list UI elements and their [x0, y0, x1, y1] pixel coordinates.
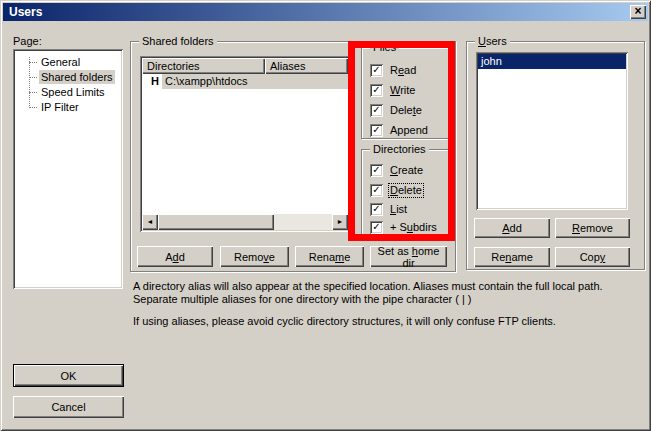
close-button[interactable]: × — [630, 5, 646, 19]
window-title: Users — [9, 5, 42, 19]
files-group: Files ✓ Read ✓ Write ✓ Delete ✓ Append — [361, 47, 449, 139]
remove-folder-button[interactable]: Remove — [220, 246, 289, 267]
checkbox-box[interactable]: ✓ — [370, 84, 383, 97]
checkbox-box[interactable]: ✓ — [370, 203, 383, 216]
checkbox-read[interactable]: ✓ Read — [370, 63, 417, 77]
rename-user-button[interactable]: Rename — [474, 247, 550, 267]
horizontal-scrollbar[interactable]: ◄ ► — [142, 214, 348, 230]
users-group-label: Users — [475, 35, 510, 48]
checkbox-box[interactable]: ✓ — [370, 124, 383, 137]
ok-button[interactable]: OK — [13, 364, 124, 387]
directory-cell[interactable]: C:\xampp\htdocs — [162, 74, 348, 89]
checkmark-icon: ✓ — [372, 222, 380, 232]
home-marker: H — [142, 74, 162, 89]
scroll-left-button[interactable]: ◄ — [142, 214, 158, 230]
sidebar-item-speed-limits[interactable]: Speed Limits — [15, 85, 121, 100]
add-user-button[interactable]: Add — [474, 218, 550, 238]
sidebar-item-general[interactable]: General — [15, 55, 121, 70]
checkbox-box[interactable]: ✓ — [370, 164, 383, 177]
rename-folder-button[interactable]: Rename — [295, 246, 364, 267]
scroll-thumb[interactable] — [158, 214, 274, 230]
checkmark-icon: ✓ — [372, 204, 380, 214]
checkbox-create[interactable]: ✓ Create — [370, 163, 424, 177]
table-row[interactable]: H C:\xampp\htdocs — [142, 74, 348, 89]
cyclic-help-text: If using aliases, please avoid cyclic di… — [133, 315, 638, 328]
users-list[interactable]: john — [476, 52, 628, 210]
directories-group-label: Directories — [370, 143, 429, 156]
close-icon: × — [634, 4, 641, 18]
page-label: Page: — [13, 35, 42, 47]
files-group-label: Files — [370, 41, 399, 54]
checkbox-box[interactable]: ✓ — [370, 221, 383, 234]
table-header-directories[interactable]: Directories — [142, 58, 265, 74]
checkbox-delete-file[interactable]: ✓ Delete — [370, 103, 423, 117]
checkmark-icon: ✓ — [372, 125, 380, 135]
table-body[interactable]: H C:\xampp\htdocs — [142, 74, 348, 214]
checkmark-icon: ✓ — [372, 85, 380, 95]
shared-folders-group-label: Shared folders — [139, 35, 217, 48]
alias-help-text: A directory alias will also appear at th… — [133, 280, 638, 306]
remove-user-button[interactable]: Remove — [555, 218, 630, 238]
checkmark-icon: ✓ — [372, 65, 380, 75]
checkbox-subdirs[interactable]: ✓ + Subdirs — [370, 220, 438, 234]
page-tree: General Shared folders Speed Limits IP F… — [15, 51, 121, 287]
scroll-right-button[interactable]: ► — [332, 214, 348, 230]
table-header-aliases[interactable]: Aliases — [265, 58, 348, 74]
sidebar-item-ip-filter[interactable]: IP Filter — [15, 100, 121, 115]
checkbox-append[interactable]: ✓ Append — [370, 123, 429, 137]
checkmark-icon: ✓ — [372, 165, 380, 175]
users-group: Users john Add Remove Rename Copy — [466, 41, 645, 270]
checkmark-icon: ✓ — [372, 185, 380, 195]
checkbox-box[interactable]: ✓ — [370, 64, 383, 77]
sidebar-item-shared-folders[interactable]: Shared folders — [15, 70, 121, 85]
scroll-left-icon: ◄ — [147, 218, 154, 225]
checkbox-box[interactable]: ✓ — [370, 104, 383, 117]
scroll-right-icon: ► — [337, 218, 344, 225]
table-header: Directories Aliases — [142, 58, 348, 74]
checkbox-list[interactable]: ✓ List — [370, 202, 408, 216]
copy-user-button[interactable]: Copy — [555, 247, 630, 267]
user-item-john[interactable]: john — [478, 54, 626, 69]
checkbox-delete-dir[interactable]: ✓ Delete — [370, 183, 423, 197]
users-dialog: Users × Page: General Shared folders Spe… — [0, 0, 651, 431]
add-folder-button[interactable]: Add — [137, 246, 213, 267]
titlebar[interactable]: Users × — [3, 3, 648, 21]
page-list[interactable]: General Shared folders Speed Limits IP F… — [13, 49, 123, 289]
scroll-track[interactable] — [274, 214, 332, 230]
set-home-dir-button[interactable]: Set as home dir — [370, 246, 447, 267]
directories-group: Directories ✓ Create ✓ Delete ✓ List ✓ +… — [361, 149, 449, 235]
help-text: A directory alias will also appear at th… — [133, 280, 638, 328]
checkbox-box[interactable]: ✓ — [370, 184, 383, 197]
directories-table[interactable]: Directories Aliases H C:\xampp\htdocs ◄ … — [140, 56, 350, 232]
checkmark-icon: ✓ — [372, 105, 380, 115]
cancel-button[interactable]: Cancel — [13, 396, 124, 418]
checkbox-write[interactable]: ✓ Write — [370, 83, 416, 97]
